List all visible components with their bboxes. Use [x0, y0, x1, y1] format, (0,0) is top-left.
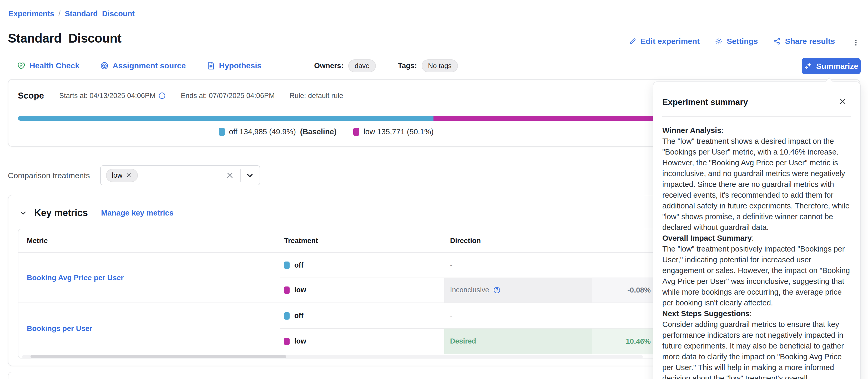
selected-treatment-chip[interactable]: low: [106, 169, 138, 182]
horizontal-scrollbar: [22, 355, 643, 358]
low-color-swatch: [284, 338, 289, 345]
gear-icon: [715, 37, 723, 45]
summarize-button[interactable]: Summarize: [802, 58, 861, 74]
direction-value: -: [450, 253, 453, 278]
document-icon: [207, 61, 215, 70]
page-title: Standard_Discount: [8, 31, 122, 45]
column-header-treatment: Treatment: [284, 229, 318, 252]
scope-starts-at: Starts at: 04/13/2025 04:06PM: [59, 92, 166, 100]
experiment-summary-panel: Experiment summary Winner Analysis The "…: [653, 81, 861, 379]
next-steps-heading: Next Steps Suggestions: [662, 308, 850, 319]
target-icon: [100, 61, 109, 70]
breadcrumb-current-link[interactable]: Standard_Discount: [65, 9, 135, 18]
comparison-treatments-label: Comparison treatments: [8, 171, 90, 180]
low-color-swatch: [353, 128, 359, 136]
off-color-swatch: [284, 262, 289, 269]
legend-item-low: low 135,771 (50.1%): [353, 128, 433, 136]
panel-caret: [825, 77, 834, 86]
tags-label: Tags:: [398, 62, 417, 70]
low-color-swatch: [284, 286, 289, 294]
allocation-legend: off 134,985 (49.9%) (Baseline) low 135,7…: [8, 128, 644, 136]
allocation-bar-off-segment: [18, 116, 433, 120]
horizontal-scrollbar-thumb[interactable]: [31, 355, 286, 358]
breadcrumb-experiments-link[interactable]: Experiments: [8, 9, 54, 18]
chevron-down-icon[interactable]: [245, 171, 254, 180]
heart-check-icon: [17, 61, 26, 70]
more-options-kebab-icon[interactable]: [850, 37, 862, 48]
collapse-chevron-icon[interactable]: [19, 209, 27, 217]
next-steps-body: Consider adding guardrail metrics to ens…: [662, 319, 850, 379]
breadcrumb: Experiments / Standard_Discount: [8, 9, 135, 18]
owner-chip[interactable]: dave: [348, 59, 376, 72]
scope-title: Scope: [18, 91, 44, 101]
clear-selection-icon[interactable]: [225, 171, 235, 180]
delta-value: 10.46%: [592, 329, 651, 354]
tags-chip[interactable]: No tags: [422, 59, 458, 72]
owners-label: Owners:: [314, 62, 343, 70]
share-results-button[interactable]: Share results: [773, 37, 835, 46]
health-check-link[interactable]: Health Check: [17, 61, 80, 70]
baseline-label: (Baseline): [300, 128, 337, 136]
manage-key-metrics-link[interactable]: Manage key metrics: [101, 209, 174, 217]
winner-analysis-body: The "low" treatment shows a desired impa…: [662, 136, 850, 233]
select-divider: [240, 169, 241, 182]
delta-value: -0.08%: [592, 278, 651, 303]
key-metrics-title: Key metrics: [34, 207, 88, 218]
direction-value: -: [450, 303, 453, 329]
column-header-direction: Direction: [450, 229, 481, 252]
panel-divider: [662, 116, 850, 117]
scope-ends-at: Ends at: 07/07/2025 04:06PM: [181, 92, 275, 100]
overall-impact-heading: Overall Impact Summary: [662, 233, 850, 244]
sparkles-icon: [804, 62, 812, 70]
column-header-metric: Metric: [27, 229, 48, 252]
off-color-swatch: [219, 128, 225, 136]
experiment-summary-title: Experiment summary: [662, 97, 748, 107]
pencil-icon: [629, 37, 637, 45]
comparison-treatments-select[interactable]: low: [100, 165, 260, 185]
header-actions: Edit experiment Settings Share results: [629, 37, 835, 46]
breadcrumb-separator: /: [58, 9, 61, 18]
close-icon[interactable]: [837, 96, 848, 107]
assignment-source-link[interactable]: Assignment source: [100, 61, 186, 70]
summary-text: Winner Analysis The "low" treatment show…: [662, 125, 850, 379]
share-icon: [773, 37, 781, 45]
edit-experiment-button[interactable]: Edit experiment: [629, 37, 700, 46]
meta-row: Health Check Assignment source Hypothesi…: [17, 59, 458, 73]
overall-impact-body: The "low" treatment positively impacted …: [662, 244, 850, 308]
info-icon[interactable]: [158, 92, 166, 100]
scope-rule: Rule: default rule: [289, 92, 343, 100]
chip-remove-icon[interactable]: [126, 172, 132, 178]
question-circle-icon[interactable]: [493, 286, 501, 294]
direction-value-desired: Desired: [450, 329, 476, 354]
legend-item-off: off 134,985 (49.9%) (Baseline): [219, 128, 337, 136]
hypothesis-link[interactable]: Hypothesis: [207, 61, 262, 70]
direction-value-inconclusive: Inconclusive: [450, 278, 501, 303]
settings-button[interactable]: Settings: [715, 37, 758, 46]
experiment-results-page: Experiments / Standard_Discount Standard…: [0, 0, 868, 379]
winner-analysis-heading: Winner Analysis: [662, 125, 850, 136]
off-color-swatch: [284, 312, 289, 320]
